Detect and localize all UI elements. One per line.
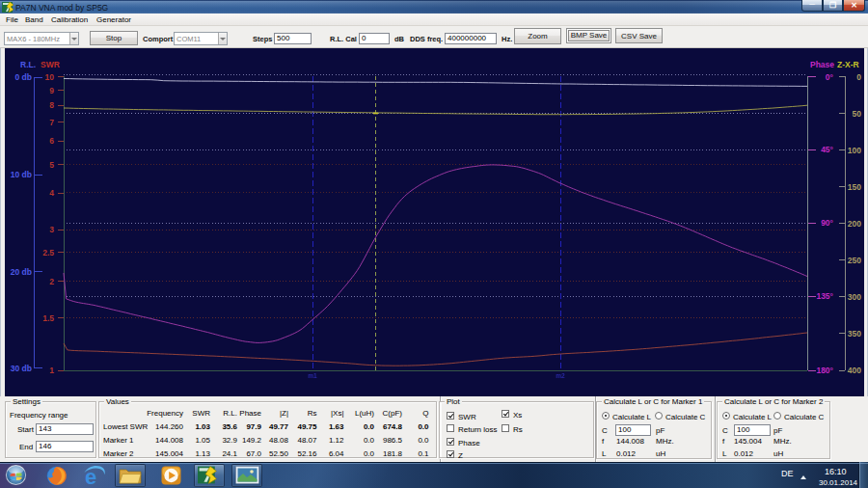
svg-text:20 db: 20 db [11,267,32,277]
svg-text:m1: m1 [308,372,317,379]
svg-text:150: 150 [848,182,861,192]
svg-text:350: 350 [848,329,861,339]
svg-text:100: 100 [848,146,861,155]
svg-text:9: 9 [49,86,54,95]
svg-text:4: 4 [49,188,54,198]
svg-text:0: 0 [856,72,861,82]
svg-text:SWR: SWR [41,60,60,69]
svg-text:3: 3 [49,225,54,234]
svg-text:7: 7 [49,118,54,127]
svg-text:1: 1 [49,366,54,375]
svg-text:2: 2 [49,277,54,286]
svg-text:2.5: 2.5 [42,248,54,258]
svg-text:180°: 180° [816,366,833,375]
svg-text:10 db: 10 db [11,170,32,179]
svg-text:8: 8 [49,100,54,110]
svg-text:m2: m2 [556,372,565,379]
svg-text:0 db: 0 db [15,72,32,82]
svg-text:45°: 45° [821,145,833,154]
svg-text:30 db: 30 db [11,364,32,373]
svg-text:0°: 0° [826,72,834,82]
svg-text:Phase: Phase [810,60,834,69]
svg-text:Z-X-R: Z-X-R [837,60,859,69]
svg-text:135°: 135° [816,291,833,301]
svg-text:200: 200 [848,219,861,229]
svg-text:300: 300 [848,292,861,302]
svg-text:6: 6 [49,136,54,146]
svg-text:400: 400 [848,366,861,375]
svg-text:5: 5 [49,160,54,170]
svg-text:90°: 90° [821,218,833,228]
svg-text:250: 250 [848,256,861,265]
svg-text:50: 50 [853,109,862,119]
svg-text:1.5: 1.5 [42,313,54,323]
svg-text:R.L.: R.L. [20,60,36,69]
svg-text:10: 10 [45,72,55,82]
